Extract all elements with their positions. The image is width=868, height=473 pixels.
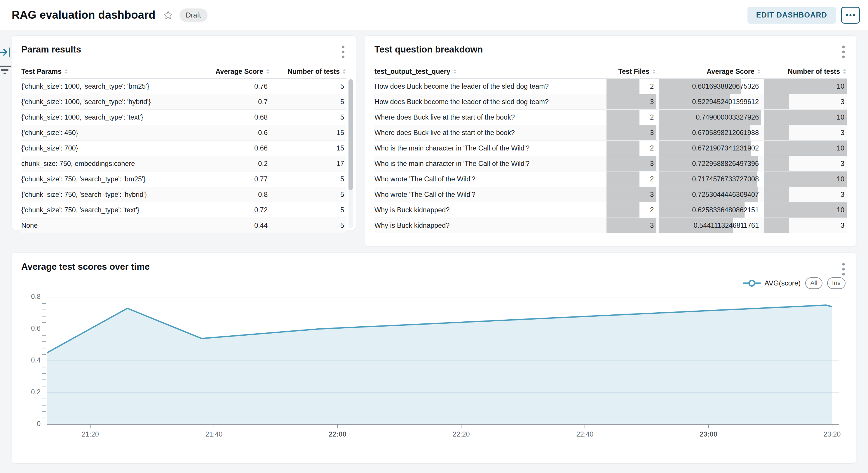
value-bar — [607, 218, 656, 233]
test-files-cell: 2 — [607, 141, 656, 156]
cell-value: 0.68 — [254, 113, 268, 121]
cell-value: How does Buck become the leader of the s… — [374, 82, 549, 91]
column-header-number-of-tests[interactable]: Number of tests — [274, 65, 346, 78]
cell-value: 0.7174576733727008 — [692, 175, 759, 183]
table-row[interactable]: Who is the main character in 'The Call o… — [374, 156, 847, 171]
average-score-cell: 0.2 — [203, 156, 270, 171]
more-options-button[interactable] — [841, 7, 860, 24]
cell-value: {'chunk_size': 750, 'search_type': 'hybr… — [21, 191, 147, 199]
card-menu-button[interactable] — [840, 44, 847, 60]
table-row[interactable]: Why is Buck kidnapped?20.625833648086215… — [374, 202, 847, 218]
cell-value: 10 — [837, 144, 844, 152]
card-menu-button[interactable] — [340, 44, 346, 60]
cell-value: {'chunk_size': 750, 'search_type': 'text… — [21, 206, 139, 214]
table-row[interactable]: Where does Buck live at the start of the… — [374, 110, 847, 125]
column-label: Test Files — [618, 68, 649, 75]
number-of-tests-cell: 10 — [764, 171, 847, 187]
table-row[interactable]: Where does Buck live at the start of the… — [374, 125, 847, 141]
average-score-cell: 0.68 — [203, 110, 270, 125]
query-cell: Who wrote 'The Call of the Wild'? — [374, 187, 603, 202]
number-of-tests-cell: 5 — [274, 79, 346, 94]
edit-dashboard-button[interactable]: EDIT DASHBOARD — [747, 7, 836, 24]
cell-value: 0.2 — [258, 160, 268, 168]
sort-icon — [842, 68, 847, 75]
number-of-tests-cell: 15 — [274, 125, 346, 140]
number-of-tests-cell: 3 — [764, 187, 847, 202]
cell-value: {'chunk_size': 750, 'search_type': 'bm25… — [21, 175, 145, 183]
table-row[interactable]: Who wrote 'The Call of the Wild'?30.7253… — [374, 187, 847, 202]
column-header-test-params[interactable]: Test Params — [21, 65, 199, 78]
test-files-cell: 2 — [607, 202, 656, 217]
test-files-cell: 2 — [607, 171, 656, 187]
cell-value: 3 — [841, 98, 844, 106]
average-score-cell: 0.7 — [203, 94, 270, 109]
table-row[interactable]: {'chunk_size': 750, 'search_type': 'hybr… — [21, 187, 346, 202]
vertical-scrollbar[interactable] — [348, 78, 353, 228]
cell-value: 0.7 — [258, 98, 268, 106]
number-of-tests-cell: 10 — [764, 110, 847, 125]
query-cell: Who is the main character in 'The Call o… — [374, 156, 603, 171]
table-row[interactable]: None0.445 — [21, 218, 346, 233]
table-row[interactable]: {'chunk_size': 1000, 'search_type': 'bm2… — [21, 79, 346, 94]
average-score-cell: 0.77 — [203, 171, 270, 187]
table-row[interactable]: Why is Buck kidnapped?30.544111324681176… — [374, 218, 847, 233]
cell-value: 5 — [340, 175, 344, 183]
cell-value: 5 — [340, 222, 344, 230]
x-axis-tick-label: 21:20 — [82, 431, 99, 438]
value-bar — [607, 79, 640, 94]
column-header-number-of-tests[interactable]: Number of tests — [764, 65, 847, 78]
average-score-cell: 0.7174576733727008 — [659, 171, 761, 187]
table-row[interactable]: How does Buck become the leader of the s… — [374, 79, 847, 94]
average-score-cell: 0.6258336480862151 — [659, 202, 761, 217]
average-score-cell: 0.6016938820675326 — [659, 79, 761, 94]
cell-value: {'chunk_size': 1000, 'search_type': 'bm2… — [21, 82, 149, 91]
cell-value: 3 — [841, 222, 844, 230]
cell-value: 0.6721907341231902 — [692, 144, 759, 152]
query-cell: Who wrote 'The Call of the Wild'? — [374, 171, 603, 187]
column-label: Number of tests — [788, 68, 840, 75]
number-of-tests-cell: 5 — [274, 94, 346, 109]
table-row[interactable]: Who wrote 'The Call of the Wild'?20.7174… — [374, 171, 847, 187]
scrollbar-thumb[interactable] — [348, 79, 353, 190]
cell-value: 0.76 — [254, 82, 268, 91]
column-header-test-files[interactable]: Test Files — [607, 65, 656, 78]
cell-value: 0.6016938820675326 — [692, 82, 759, 91]
cell-value: 2 — [650, 113, 654, 121]
column-header-average-score[interactable]: Average Score — [659, 65, 761, 78]
line-chart[interactable]: 00.20.40.60.821:2021:4022:0022:2022:4023… — [12, 253, 857, 464]
cell-value: 3 — [841, 129, 844, 137]
test-params-cell: {'chunk_size': 450} — [21, 125, 199, 140]
favorite-star-icon[interactable] — [163, 10, 173, 20]
table-row[interactable]: How does Buck become the leader of the s… — [374, 94, 847, 110]
table-row[interactable]: Who is the main character in 'The Call o… — [374, 141, 847, 156]
column-header-average-score[interactable]: Average Score — [203, 65, 270, 78]
table-row[interactable]: {'chunk_size': 1000, 'search_type': 'tex… — [21, 110, 346, 125]
table-row[interactable]: {'chunk_size': 750, 'search_type': 'bm25… — [21, 171, 346, 187]
table-row[interactable]: {'chunk_size': 700}0.6615 — [21, 141, 346, 156]
table-row[interactable]: {'chunk_size': 450}0.615 — [21, 125, 346, 141]
test-params-cell: None — [21, 218, 199, 233]
table-row[interactable]: {'chunk_size': 750, 'search_type': 'text… — [21, 202, 346, 218]
cell-value: Why is Buck kidnapped? — [374, 206, 450, 214]
value-bar — [607, 94, 656, 109]
average-score-cell: 0.6705898212061988 — [659, 125, 761, 140]
query-cell: How does Buck become the leader of the s… — [374, 79, 603, 94]
avg-test-scores-card: Average test scores over time AVG(score)… — [12, 252, 856, 464]
query-cell: Why is Buck kidnapped? — [374, 202, 603, 217]
cell-value: 0.5229452401399612 — [692, 98, 759, 106]
cell-value: 2 — [650, 206, 654, 214]
test-question-breakdown-table: test_output_test_queryTest FilesAverage … — [374, 65, 847, 233]
param-results-card: Param results Test ParamsAverage ScoreNu… — [12, 35, 356, 230]
cell-value: 2 — [650, 144, 654, 152]
cell-value: 3 — [650, 222, 654, 230]
number-of-tests-cell: 17 — [274, 156, 346, 171]
test-params-cell: chunk_size: 750, embeddings:cohere — [21, 156, 199, 171]
status-badge: Draft — [180, 8, 208, 22]
cell-value: 0.749000003327926 — [696, 113, 759, 121]
table-row[interactable]: chunk_size: 750, embeddings:cohere0.217 — [21, 156, 346, 171]
column-header-test-output-test-query[interactable]: test_output_test_query — [374, 65, 603, 78]
table-header-row: Test ParamsAverage ScoreNumber of tests — [21, 65, 346, 79]
cell-value: 10 — [837, 113, 844, 121]
sort-icon — [757, 68, 761, 75]
table-row[interactable]: {'chunk_size': 1000, 'search_type': 'hyb… — [21, 94, 346, 110]
